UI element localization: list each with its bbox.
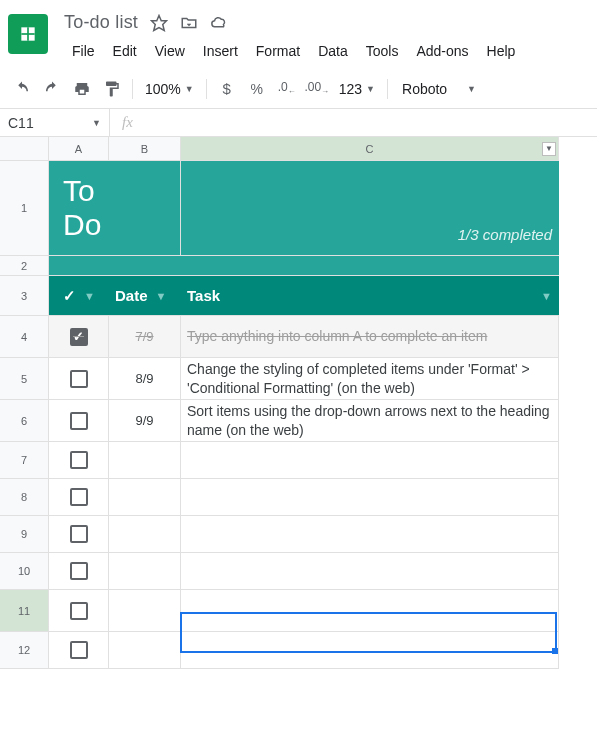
menu-tools[interactable]: Tools — [358, 39, 407, 63]
increase-decimal-button[interactable]: .00→ — [303, 75, 331, 103]
row-header[interactable]: 3 — [0, 276, 49, 316]
decrease-decimal-button[interactable]: .0← — [273, 75, 301, 103]
toolbar: 100%▼ $ % .0← .00→ 123▼ Roboto▼ — [0, 69, 597, 109]
cell-date[interactable]: 8/9 — [109, 358, 181, 399]
menu-help[interactable]: Help — [479, 39, 524, 63]
cell-date[interactable] — [109, 632, 181, 668]
sheet-title: To Do — [55, 174, 102, 242]
row-header[interactable]: 7 — [0, 442, 49, 479]
row-header[interactable]: 11 — [0, 590, 49, 632]
cell-date[interactable] — [109, 590, 181, 631]
cell-date[interactable] — [109, 479, 181, 515]
col-header-a[interactable]: A — [49, 137, 109, 161]
currency-button[interactable]: $ — [213, 75, 241, 103]
row-header[interactable]: 8 — [0, 479, 49, 516]
row-header[interactable]: 1 — [0, 161, 49, 256]
cell-task[interactable]: Type anything into column A to complete … — [181, 316, 559, 357]
row-header[interactable]: 5 — [0, 358, 49, 400]
zoom-select[interactable]: 100%▼ — [139, 81, 200, 97]
cell-check[interactable] — [49, 516, 109, 552]
checkbox[interactable] — [70, 328, 88, 346]
progress-text: 1/3 completed — [458, 226, 552, 255]
menu-edit[interactable]: Edit — [105, 39, 145, 63]
row-header[interactable]: 2 — [0, 256, 49, 276]
cell-task[interactable]: Sort items using the drop-down arrows ne… — [181, 400, 559, 441]
cell-task[interactable] — [181, 632, 559, 668]
cell-check[interactable] — [49, 553, 109, 589]
row-header[interactable]: 4 — [0, 316, 49, 358]
row-header[interactable]: 12 — [0, 632, 49, 669]
checkbox[interactable] — [70, 602, 88, 620]
percent-button[interactable]: % — [243, 75, 271, 103]
document-title[interactable]: To-do list — [64, 12, 138, 33]
menu-bar: File Edit View Insert Format Data Tools … — [64, 37, 597, 69]
checkbox[interactable] — [70, 641, 88, 659]
menu-insert[interactable]: Insert — [195, 39, 246, 63]
menu-format[interactable]: Format — [248, 39, 308, 63]
checkbox[interactable] — [70, 525, 88, 543]
cell-check[interactable] — [49, 316, 109, 357]
name-box[interactable]: C11▼ — [0, 109, 110, 136]
cell-date[interactable] — [109, 516, 181, 552]
checkbox[interactable] — [70, 451, 88, 469]
cell-task[interactable] — [181, 516, 559, 552]
star-icon[interactable] — [150, 14, 168, 32]
move-folder-icon[interactable] — [180, 14, 198, 32]
col-header-b[interactable]: B — [109, 137, 181, 161]
cell-date[interactable] — [109, 442, 181, 478]
formula-input[interactable] — [145, 109, 597, 136]
cell-check[interactable] — [49, 632, 109, 668]
header-check[interactable]: ✓▼ — [49, 276, 109, 315]
svg-marker-3 — [152, 15, 167, 30]
row-header[interactable]: 9 — [0, 516, 49, 553]
cell-task[interactable] — [181, 479, 559, 515]
cell-check[interactable] — [49, 442, 109, 478]
sheets-app-icon[interactable] — [8, 14, 48, 54]
font-select[interactable]: Roboto▼ — [394, 81, 484, 97]
cell-check[interactable] — [49, 479, 109, 515]
col-header-c[interactable]: C▼ — [181, 137, 559, 161]
cell-task[interactable] — [181, 442, 559, 478]
undo-button[interactable] — [8, 75, 36, 103]
row-header[interactable]: 10 — [0, 553, 49, 590]
cell-check[interactable] — [49, 400, 109, 441]
fx-label: fx — [110, 114, 145, 131]
cell-date[interactable]: 7/9 — [109, 316, 181, 357]
select-all-corner[interactable] — [0, 137, 49, 161]
header-task[interactable]: Task▼ — [181, 276, 559, 315]
checkbox[interactable] — [70, 562, 88, 580]
cell-date[interactable]: 9/9 — [109, 400, 181, 441]
number-format-select[interactable]: 123▼ — [333, 81, 381, 97]
filter-icon[interactable]: ▼ — [156, 290, 167, 302]
cell-task[interactable]: Change the styling of completed items un… — [181, 358, 559, 399]
cell-task[interactable] — [181, 553, 559, 589]
redo-button[interactable] — [38, 75, 66, 103]
cell-check[interactable] — [49, 590, 109, 631]
menu-file[interactable]: File — [64, 39, 103, 63]
paint-format-button[interactable] — [98, 75, 126, 103]
checkbox[interactable] — [70, 488, 88, 506]
cloud-status-icon[interactable] — [210, 14, 228, 32]
cell-check[interactable] — [49, 358, 109, 399]
filter-icon[interactable]: ▼ — [84, 290, 95, 302]
menu-view[interactable]: View — [147, 39, 193, 63]
header-date[interactable]: Date▼ — [109, 276, 181, 315]
cell-task[interactable] — [181, 590, 559, 631]
cell-date[interactable] — [109, 553, 181, 589]
checkbox[interactable] — [70, 412, 88, 430]
row-header[interactable]: 6 — [0, 400, 49, 442]
checkbox[interactable] — [70, 370, 88, 388]
menu-data[interactable]: Data — [310, 39, 356, 63]
print-button[interactable] — [68, 75, 96, 103]
filter-icon[interactable]: ▼ — [541, 290, 552, 302]
menu-addons[interactable]: Add-ons — [408, 39, 476, 63]
col-filter-icon[interactable]: ▼ — [542, 142, 556, 156]
